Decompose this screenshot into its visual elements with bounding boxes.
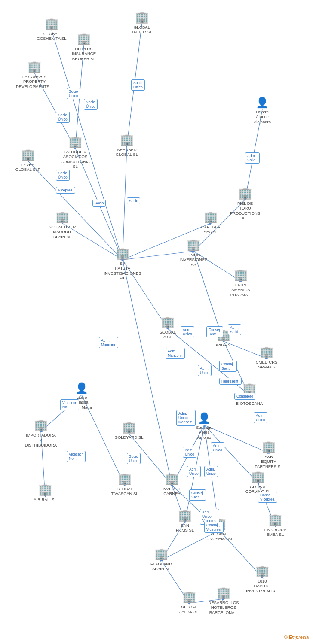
node-hd_plus[interactable]: 🏢HD PLUS INSURANCE BROKER SL — [67, 32, 101, 61]
building-icon: 🏢 — [262, 440, 276, 453]
node-piel_de_toro[interactable]: 🏢PIEL DE TORO PRODUCTIONS AIE — [228, 187, 262, 221]
node-label-schweitzer: SCHWEITZER MAUDUIT SPAIN SL — [49, 225, 76, 239]
node-goldyard[interactable]: 🏢GOLDYARD SL — [112, 421, 146, 440]
building-icon: 🏢 — [55, 210, 69, 224]
person-icon: 👤 — [198, 412, 211, 424]
node-caperla_sea[interactable]: 🏢CAPERLA SEA SL — [193, 210, 228, 234]
person-icon: 👤 — [75, 382, 88, 394]
badge-badge_consej_secr_3[interactable]: Consej. Secr. — [189, 489, 206, 501]
badge-badge_adm_unico_mancom_1[interactable]: Adm. Unico Mancom. — [176, 410, 196, 426]
node-sb_equity[interactable]: 🏢S&B EQUITY PARTNERS SL — [252, 440, 286, 469]
node-label-latorre_asociados: LATORRE & ASOCIADOS CONSULTORIA SL — [58, 149, 92, 169]
node-sa_rateta[interactable]: 🏢SA RATETA INVESTIGACIONES AIE — [105, 247, 140, 281]
node-schweitzer[interactable]: 🏢SCHWEITZER MAUDUIT SPAIN SL — [45, 210, 80, 239]
building-icon: 🏢 — [161, 316, 175, 329]
node-global_goshenita[interactable]: 🏢GLOBAL GOSHENITA SL — [34, 17, 69, 41]
node-label-piel_de_toro: PIEL DE TORO PRODUCTIONS AIE — [228, 201, 262, 221]
badge-badge_adm_solid_1[interactable]: Adm. Solid.. — [245, 152, 260, 164]
building-icon: 🏢 — [251, 470, 265, 483]
node-label-flagland: FLAGLAND SPAIN SL — [150, 562, 172, 571]
building-icon: 🏢 — [21, 148, 35, 161]
badge-badge_vicesecr_2[interactable]: Vicesecr. No... — [67, 451, 86, 462]
building-icon: 🏢 — [154, 547, 168, 561]
badge-badge_socio_unico_3[interactable]: Socio Único — [56, 112, 70, 123]
badge-badge_adm_solid_2[interactable]: Adm. Solid. — [228, 324, 241, 335]
node-flagland[interactable]: 🏢FLAGLAND SPAIN SL — [144, 547, 178, 571]
building-icon: 🏢 — [122, 421, 136, 434]
badge-badge_socio_unico_5[interactable]: Socio Único — [56, 170, 70, 181]
badge-badge_adm_unico_1[interactable]: Adm. Unico — [181, 326, 194, 337]
building-icon: 🏢 — [116, 247, 129, 260]
building-icon: 🏢 — [268, 513, 282, 526]
badge-badge_represent_1[interactable]: Represent. — [219, 378, 242, 385]
building-icon: 🏢 — [238, 187, 252, 200]
building-icon: 🏢 — [68, 135, 82, 149]
node-label-global_tavascan: GLOBAL TAVASCAN SL — [111, 486, 138, 496]
badge-badge_adm_mancom_2[interactable]: Adm. Mancom. — [166, 348, 185, 359]
node-capital_1810[interactable]: 🏢1810 CAPITAL INVESTMENTS... — [245, 565, 279, 593]
badge-badge_vicepres_1[interactable]: Vicepres. — [56, 187, 75, 194]
node-label-la_canaria: LA CANARIA PROPERTY DEVELOPMENTS... — [16, 74, 53, 89]
node-label-cmed_crs: CMED CRS ESPAÑA SL — [255, 360, 278, 370]
node-la_canaria[interactable]: 🏢LA CANARIA PROPERTY DEVELOPMENTS... — [17, 60, 52, 89]
node-global_tavascan[interactable]: 🏢GLOBAL TAVASCAN SL — [107, 472, 142, 496]
badge-badge_vicesecr_1[interactable]: Vicesecr. No... — [60, 399, 79, 410]
node-seedbed_global[interactable]: 🏢SEEDBED GLOBAL SL — [110, 133, 144, 157]
building-icon: 🏢 — [260, 346, 273, 359]
building-icon: 🏢 — [182, 590, 196, 604]
badge-badge_socio_2[interactable]: Socio — [127, 197, 140, 204]
badge-badge_socio_unico_2[interactable]: Socio Único — [84, 99, 98, 110]
node-importadora[interactable]: 🏢IMPORTADORA Y DISTRIBUIDORA — [24, 419, 58, 447]
node-label-inversiones_carney: INVERSIO CARNEY — [162, 486, 181, 496]
badge-badge_adm_unico_5[interactable]: Adm. Unico — [211, 442, 224, 453]
badge-badge_socio_unico_4[interactable]: Socio Único — [131, 79, 145, 91]
node-latin_america[interactable]: 🏢LATIN AMERICA PHARMA... — [224, 268, 258, 297]
badge-badge_adm_unico_2[interactable]: Adm. Unico — [198, 365, 212, 376]
badge-badge_adm_mancom_1[interactable]: Adm. Mancom. — [99, 337, 118, 348]
node-latorre_atance[interactable]: 👤Latorre Atance Alejandro — [245, 97, 279, 124]
badge-badge_socio_unico_6[interactable]: Socio Único — [127, 453, 141, 464]
badge-badge_adm_unico_7[interactable]: Adm. Unico — [204, 466, 218, 477]
node-label-santiago_perez: Santiago Perez Antonio — [196, 425, 212, 440]
node-san_films[interactable]: 🏢SAN FILMS SL — [168, 509, 202, 533]
building-icon: 🏢 — [135, 11, 149, 24]
node-label-goldyard: GOLDYARD SL — [115, 435, 144, 440]
node-latorre_asociados[interactable]: 🏢LATORRE & ASOCIADOS CONSULTORIA SL — [58, 135, 92, 169]
node-label-sa_rateta: SA RATETA INVESTIGACIONES AIE — [104, 261, 141, 281]
node-global_a[interactable]: 🏢GLOBAL A SL — [150, 316, 185, 340]
node-label-capital_1810: 1810 CAPITAL INVESTMENTS... — [246, 579, 278, 593]
node-inversiones_carney[interactable]: 🏢INVERSIO CARNEY — [155, 472, 189, 496]
node-global_corvino[interactable]: 🏢GLOBAL CORVINO SL — [241, 470, 275, 494]
badge-badge_consej_secr_1[interactable]: Consej. Secr. — [206, 326, 223, 337]
node-cmed_crs[interactable]: 🏢CMED CRS ESPAÑA SL — [249, 346, 284, 370]
node-label-simog_inversiones: SIMOG INVERSIONES SA — [176, 252, 211, 267]
node-label-global_a: GLOBAL A SL — [160, 330, 176, 340]
building-icon: 🏢 — [45, 17, 58, 30]
node-desarrollos_hoteleros[interactable]: 🏢DESARROLLOS HOTELEROS BARCELONA... — [206, 586, 241, 615]
building-icon: 🏢 — [28, 60, 41, 73]
node-label-global_taihem: GLOBAL TAIHEM SL — [131, 25, 152, 35]
badge-badge_socio_unico_1[interactable]: Socio Único — [67, 88, 80, 99]
node-simog_inversiones[interactable]: 🏢SIMOG INVERSIONES SA — [176, 238, 211, 267]
node-global_calima[interactable]: 🏢GLOBAL CALIMA SL — [172, 590, 206, 614]
node-global_taihem[interactable]: 🏢GLOBAL TAIHEM SL — [125, 11, 159, 35]
node-lin_group[interactable]: 🏢LIN GROUP EMEA SL — [258, 513, 292, 537]
node-label-desarrollos_hoteleros: DESARROLLOS HOTELEROS BARCELONA... — [208, 600, 239, 615]
badge-badge_consej_vicepres_2[interactable]: Consej., Vicepres. — [204, 522, 224, 533]
node-lyvea_global[interactable]: 🏢LYVEA GLOBAL SLP — [11, 148, 45, 172]
network-graph: © Empresia 🏢GLOBAL GOSHENITA SL🏢GLOBAL T… — [0, 0, 313, 644]
badge-badge_adm_unico_4[interactable]: Adm. Unico — [183, 447, 196, 458]
badge-badge_adm_unico_6[interactable]: Adm. Unico — [187, 466, 201, 477]
building-icon: 🏢 — [187, 238, 200, 252]
node-label-seedbed_global: SEEDBED GLOBAL SL — [116, 147, 138, 157]
node-air_rail[interactable]: 🏢AIR RAIL SL — [28, 483, 62, 502]
badge-badge_socio_1[interactable]: Socio — [92, 200, 106, 207]
badge-badge_adm_unico_3[interactable]: Adm. Unico — [254, 412, 267, 423]
badge-badge_consej_secr_2[interactable]: Consej.. Secr. — [219, 361, 237, 372]
building-icon: 🏢 — [178, 509, 192, 522]
badge-badge_consejero_1[interactable]: Consejero — [234, 393, 255, 400]
person-icon: 👤 — [256, 97, 269, 109]
badge-badge_consej_vicepres_1[interactable]: Consej., Vicepres. — [258, 492, 277, 503]
node-label-latorre_atance: Latorre Atance Alejandro — [254, 109, 271, 124]
node-label-air_rail: AIR RAIL SL — [34, 497, 57, 502]
